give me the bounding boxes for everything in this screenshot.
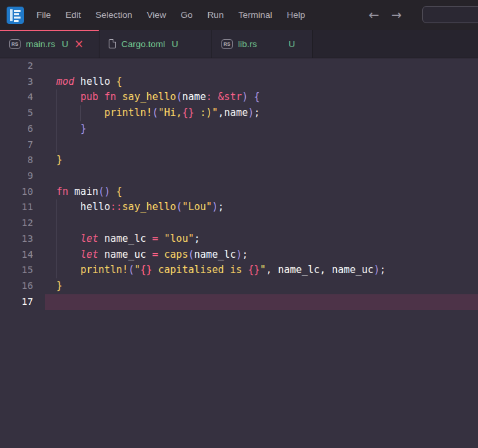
indent-guide: [56, 231, 57, 247]
line-number: 7: [0, 137, 45, 153]
code-content: [45, 137, 478, 153]
code-line-6[interactable]: 6 }: [0, 121, 478, 137]
tab-label: Cargo.toml: [121, 39, 165, 49]
code-content: [45, 294, 478, 310]
menu-terminal[interactable]: Terminal: [231, 7, 279, 23]
code-line-13[interactable]: 13 let name_lc = "lou";: [0, 231, 478, 247]
menu-go[interactable]: Go: [174, 7, 200, 23]
close-tab-icon[interactable]: ×: [74, 38, 84, 50]
tab-Cargo.toml[interactable]: Cargo.tomlU: [99, 30, 212, 58]
code-content: println!("Hi,{} :)",name);: [45, 105, 478, 121]
code-line-16[interactable]: 16}: [0, 278, 478, 294]
indent-guide: [56, 215, 57, 231]
code-content: let name_lc = "lou";: [45, 231, 478, 247]
line-number: 6: [0, 121, 45, 137]
code-line-12[interactable]: 12: [0, 215, 478, 231]
menu-edit[interactable]: Edit: [58, 7, 88, 23]
menu-selection[interactable]: Selection: [88, 7, 140, 23]
rust-file-icon: RS: [221, 39, 233, 49]
code-line-17[interactable]: 17: [0, 294, 478, 310]
line-number: 8: [0, 152, 45, 168]
line-number: 2: [0, 58, 45, 74]
back-icon[interactable]: ←: [369, 9, 379, 21]
menu-run[interactable]: Run: [200, 7, 231, 23]
rust-file-icon: RS: [9, 39, 21, 49]
line-number: 13: [0, 231, 45, 247]
forward-icon[interactable]: →: [391, 9, 402, 21]
code-content: }: [45, 278, 478, 294]
code-line-4[interactable]: 4 pub fn say_hello(name: &str) {: [0, 89, 478, 105]
line-number: 16: [0, 278, 45, 294]
tab-bar: RSmain.rsU×Cargo.tomlURSlib.rsU: [0, 30, 478, 58]
indent-guide: [56, 137, 57, 153]
code-line-5[interactable]: 5 println!("Hi,{} :)",name);: [0, 105, 478, 121]
indent-guide: [56, 121, 57, 137]
code-content: fn main() {: [45, 184, 478, 200]
line-number: 3: [0, 74, 45, 90]
app-logo-icon: [7, 7, 24, 24]
indent-guide: [56, 199, 57, 215]
title-bar: FileEditSelectionViewGoRunTerminalHelp ←…: [0, 0, 478, 30]
line-number: 11: [0, 199, 45, 215]
code-content: }: [45, 121, 478, 137]
line-number: 12: [0, 215, 45, 231]
line-number: 14: [0, 247, 45, 263]
indent-guide: [56, 262, 57, 278]
git-untracked-badge: U: [62, 39, 68, 49]
line-number: 15: [0, 262, 45, 278]
code-content: [45, 168, 478, 184]
code-line-7[interactable]: 7: [0, 137, 478, 153]
code-line-15[interactable]: 15 println!("{} capitalised is {}", name…: [0, 262, 478, 278]
code-line-9[interactable]: 9: [0, 168, 478, 184]
tab-label: lib.rs: [238, 39, 257, 49]
code-content: let name_uc = caps(name_lc);: [45, 247, 478, 263]
line-number: 10: [0, 184, 45, 200]
code-line-2[interactable]: 2: [0, 58, 478, 74]
code-line-14[interactable]: 14 let name_uc = caps(name_lc);: [0, 247, 478, 263]
code-content: pub fn say_hello(name: &str) {: [45, 89, 478, 105]
tab-main.rs[interactable]: RSmain.rsU×: [0, 30, 99, 58]
file-icon: [109, 39, 116, 48]
menu-file[interactable]: File: [29, 7, 58, 23]
code-content: [45, 58, 478, 74]
code-content: [45, 215, 478, 231]
tab-label: main.rs: [26, 39, 55, 49]
menu-view[interactable]: View: [140, 7, 174, 23]
history-nav: ← →: [369, 0, 402, 30]
code-line-8[interactable]: 8}: [0, 152, 478, 168]
search-input[interactable]: [423, 7, 478, 23]
code-line-10[interactable]: 10fn main() {: [0, 184, 478, 200]
git-untracked-badge: U: [288, 39, 295, 49]
code-content: println!("{} capitalised is {}", name_lc…: [45, 262, 478, 278]
line-number: 9: [0, 168, 45, 184]
indent-guide: [56, 89, 57, 105]
vscode-window: FileEditSelectionViewGoRunTerminalHelp ←…: [0, 0, 478, 448]
indent-guide: [56, 247, 57, 263]
menu-bar: FileEditSelectionViewGoRunTerminalHelp: [29, 7, 312, 23]
indent-guide: [56, 105, 57, 121]
line-number: 4: [0, 89, 45, 105]
code-editor[interactable]: 23mod hello {4 pub fn say_hello(name: &s…: [0, 58, 478, 448]
tab-lib.rs[interactable]: RSlib.rsU: [212, 30, 313, 58]
code-content: }: [45, 152, 478, 168]
command-center-search[interactable]: [422, 6, 478, 23]
line-number: 5: [0, 105, 45, 121]
code-line-11[interactable]: 11 hello::say_hello("Lou");: [0, 199, 478, 215]
code-content: hello::say_hello("Lou");: [45, 199, 478, 215]
code-content: mod hello {: [45, 74, 478, 90]
line-number: 17: [0, 294, 45, 310]
code-line-3[interactable]: 3mod hello {: [0, 74, 478, 90]
git-untracked-badge: U: [172, 39, 178, 49]
menu-help[interactable]: Help: [279, 7, 312, 23]
indent-guide: [80, 105, 81, 121]
